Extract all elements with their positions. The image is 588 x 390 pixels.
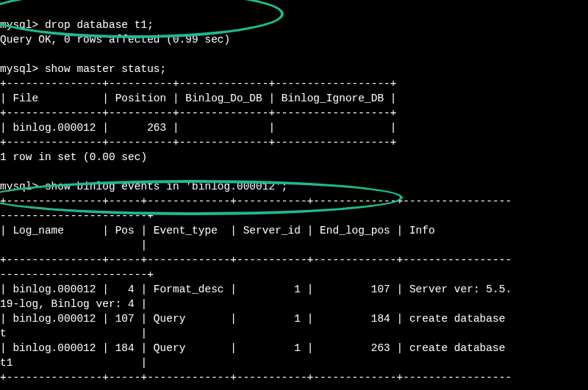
- prompt-line-2[interactable]: mysql> show master status;: [0, 63, 166, 75]
- sql-command-binlog: show binlog events in 'binlog.000012';: [45, 181, 288, 192]
- binlog-table-border: +---------------+-----+-------------+---…: [0, 372, 512, 383]
- status-rows-result: 1 row in set (0.00 sec): [0, 151, 147, 163]
- status-table-border: +---------------+----------+------------…: [0, 78, 397, 90]
- blank-line: [0, 48, 7, 60]
- binlog-table-row: | binlog.000012 | 4 | Format_desc | 1 | …: [0, 284, 512, 295]
- binlog-table-border: +---------------+-----+-------------+---…: [0, 254, 512, 266]
- mysql-prompt: mysql>: [0, 63, 38, 75]
- binlog-table-border-wrap: -----------------------+: [0, 210, 154, 222]
- binlog-table-row: | binlog.000012 | 107 | Query | 1 | 184 …: [0, 313, 512, 325]
- prompt-line-1[interactable]: mysql> drop database t1;: [0, 19, 154, 31]
- status-table-row: | binlog.000012 | 263 | | |: [0, 122, 397, 134]
- sql-command-status: show master status;: [45, 63, 166, 75]
- status-table-border: +---------------+----------+------------…: [0, 137, 397, 148]
- mysql-prompt: mysql>: [0, 181, 38, 192]
- status-table-header: | File | Position | Binlog_Do_DB | Binlo…: [0, 93, 397, 104]
- binlog-table-border-wrap: -----------------------+: [0, 269, 154, 281]
- mysql-prompt: mysql>: [0, 19, 38, 31]
- binlog-table-border: +---------------+-----+-------------+---…: [0, 195, 512, 207]
- blank-line: [0, 166, 7, 178]
- sql-command-drop: drop database t1;: [45, 19, 154, 31]
- terminal-screen: mysql> drop database t1; Query OK, 0 row…: [0, 0, 588, 390]
- binlog-table-header: | Log_name | Pos | Event_type | Server_i…: [0, 225, 512, 236]
- binlog-table-row: | binlog.000012 | 184 | Query | 1 | 263 …: [0, 342, 512, 354]
- status-table-border: +---------------+----------+------------…: [0, 107, 397, 119]
- binlog-table-row-wrap: 19-log, Binlog ver: 4 |: [0, 298, 147, 310]
- binlog-table-row-wrap: t1 |: [0, 357, 147, 369]
- binlog-table-row-wrap: t |: [0, 328, 147, 339]
- prompt-line-3[interactable]: mysql> show binlog events in 'binlog.000…: [0, 181, 288, 192]
- binlog-table-header-wrap: |: [0, 239, 147, 251]
- query-result-drop: Query OK, 0 rows affected (0.99 sec): [0, 34, 230, 46]
